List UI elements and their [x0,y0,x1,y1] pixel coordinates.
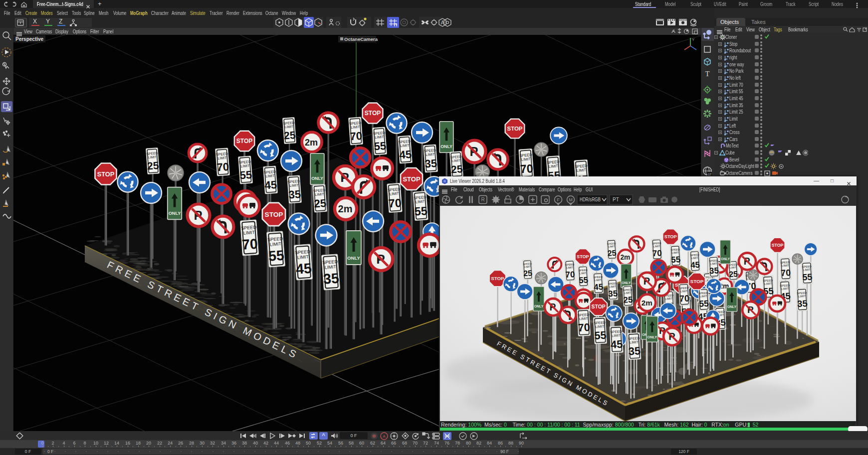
svg-text:A: A [383,434,386,439]
svg-text:25: 25 [283,129,296,142]
svg-text:70: 70 [679,294,689,304]
svg-text:45: 45 [610,338,623,351]
svg-text:35: 35 [323,270,340,287]
svg-text:T: T [705,70,709,78]
svg-text:55: 55 [374,140,387,153]
svg-text:45: 45 [399,148,412,161]
svg-text:M: M [569,197,573,202]
svg-text:55: 55 [802,272,813,282]
svg-text:70: 70 [350,130,363,143]
svg-text:25: 25 [607,249,617,258]
svg-text:55: 55 [579,275,589,285]
svg-text:25: 25 [450,163,463,175]
svg-text:25: 25 [523,269,533,278]
svg-text:70: 70 [565,270,575,280]
svg-text:35: 35 [425,157,437,170]
svg-text:70: 70 [217,160,229,174]
svg-text:70: 70 [241,236,258,253]
svg-text:70: 70 [652,248,662,258]
svg-text:OctaneCamera: OctaneCamera [344,36,378,42]
svg-text:A: A [441,20,444,25]
svg-text:55: 55 [671,255,681,265]
svg-text:35: 35 [628,344,641,357]
svg-text:25: 25 [314,197,327,210]
svg-text:F: F [557,197,560,202]
svg-text:70: 70 [520,162,534,176]
svg-text:35: 35 [797,298,808,309]
svg-text:55: 55 [699,299,709,309]
svg-text:55: 55 [239,168,252,182]
svg-text:70: 70 [781,268,791,278]
svg-text:Y: Y [692,37,695,42]
svg-text:17: 17 [708,173,711,176]
svg-text:45: 45 [264,178,277,192]
svg-text:35: 35 [709,266,719,276]
svg-text:35: 35 [288,188,301,201]
svg-text:45: 45 [295,260,312,277]
svg-text:55: 55 [594,329,607,342]
svg-text:25: 25 [729,270,738,279]
svg-text:70: 70 [388,196,402,210]
svg-text:70: 70 [578,321,590,334]
svg-text:35: 35 [608,289,618,299]
svg-text:R: R [481,197,484,202]
svg-text:HDR/sRGB: HDR/sRGB [580,197,601,202]
svg-text:45: 45 [594,282,604,292]
svg-text:25: 25 [623,295,633,305]
svg-text:55: 55 [414,204,428,218]
svg-text:45: 45 [690,260,700,270]
svg-text:25: 25 [147,159,159,172]
svg-text:55: 55 [268,247,285,264]
svg-text:PT: PT [613,197,619,202]
